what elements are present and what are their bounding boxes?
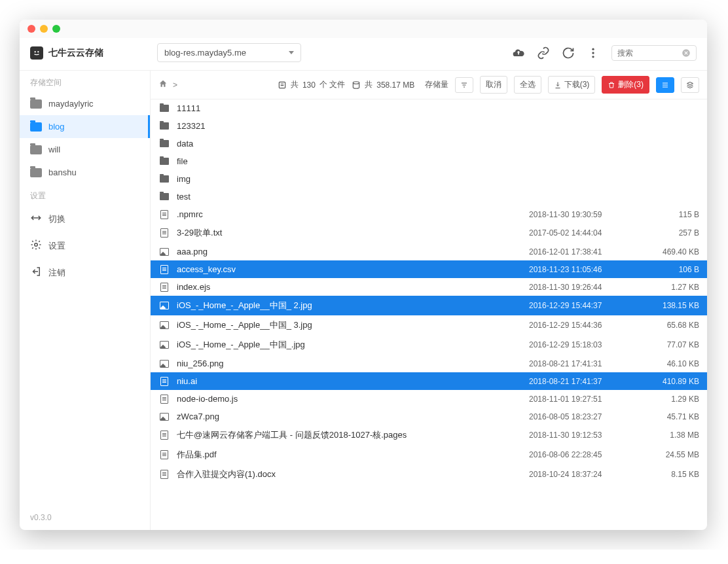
sidebar-item-label: 切换 xyxy=(48,213,65,225)
file-size: 46.10 KB xyxy=(640,359,699,368)
file-row[interactable]: niu_256.png2018-08-21 17:41:3146.10 KB xyxy=(151,355,707,372)
refresh-icon[interactable] xyxy=(562,46,575,60)
svg-point-4 xyxy=(592,56,594,58)
sidebar-bucket-banshu[interactable]: banshu xyxy=(20,161,150,184)
link-icon[interactable] xyxy=(537,46,550,60)
breadcrumb-sep: > xyxy=(173,80,177,90)
file-date: 2018-11-30 19:30:59 xyxy=(529,210,640,219)
cancel-button[interactable]: 取消 xyxy=(480,76,507,94)
image-icon xyxy=(160,302,169,309)
file-name: node-io-demo.js xyxy=(177,394,529,404)
file-name: 11111 xyxy=(177,103,529,113)
sidebar: 存储空间 maydaylyricblogwillbanshu 设置 切换设置注销… xyxy=(20,71,151,530)
folder-icon xyxy=(160,193,169,200)
folder-row[interactable]: 123321 xyxy=(151,117,707,135)
sidebar-setting-logout[interactable]: 注销 xyxy=(20,259,150,286)
file-icon xyxy=(160,283,168,292)
folder-row[interactable]: img xyxy=(151,170,707,188)
image-icon xyxy=(160,341,169,349)
file-size: 1.38 MB xyxy=(640,431,699,440)
search-input[interactable] xyxy=(617,48,678,58)
file-row[interactable]: node-io-demo.js2018-11-01 19:27:511.29 K… xyxy=(151,390,707,408)
folder-icon xyxy=(160,175,169,183)
file-name: 3-29歌单.txt xyxy=(177,227,529,239)
gear-icon xyxy=(30,239,42,253)
maximize-button[interactable] xyxy=(52,25,60,33)
svg-point-3 xyxy=(592,52,594,54)
file-row[interactable]: 作品集.pdf2016-08-06 22:28:4524.55 MB xyxy=(151,445,707,465)
file-date: 2016-12-29 15:44:36 xyxy=(529,321,640,330)
sidebar-setting-switch[interactable]: 切换 xyxy=(20,205,150,232)
minimize-button[interactable] xyxy=(40,25,48,33)
image-icon xyxy=(160,360,169,368)
folder-icon xyxy=(30,122,42,132)
folder-row[interactable]: 11111 xyxy=(151,99,707,117)
search-box[interactable] xyxy=(611,45,697,61)
file-date: 2018-11-30 19:12:53 xyxy=(529,431,640,440)
topbar: 七牛云云存储 blog-res.mayday5.me xyxy=(20,38,707,70)
file-name: 七牛@速网云存储客户端工具 - 问题反馈2018-1027-核.pages xyxy=(177,429,529,441)
file-row[interactable]: .npmrc2018-11-30 19:30:59115 B xyxy=(151,205,707,223)
file-date: 2018-11-30 19:26:44 xyxy=(529,283,640,292)
main: 存储空间 maydaylyricblogwillbanshu 设置 切换设置注销… xyxy=(20,70,707,530)
image-icon xyxy=(160,413,169,421)
home-icon[interactable] xyxy=(158,79,168,90)
sidebar-setting-gear[interactable]: 设置 xyxy=(20,232,150,259)
file-icon xyxy=(160,431,168,440)
bucket-selector[interactable]: blog-res.mayday5.me xyxy=(157,43,301,62)
file-row[interactable]: niu.ai2018-08-21 17:41:37410.89 KB xyxy=(151,372,707,390)
file-icon xyxy=(160,228,168,238)
file-row[interactable]: iOS_-_Home_-_Apple__中国_.jpg2016-12-29 15… xyxy=(151,335,707,355)
view-grid-button[interactable] xyxy=(681,77,699,93)
folder-row[interactable]: file xyxy=(151,152,707,170)
folder-row[interactable]: data xyxy=(151,135,707,152)
folder-icon xyxy=(30,168,42,177)
content: > 共130个 文件 共358.17 MB 存储量 取消 全选 xyxy=(151,71,707,530)
file-row[interactable]: 七牛@速网云存储客户端工具 - 问题反馈2018-1027-核.pages201… xyxy=(151,425,707,445)
download-button[interactable]: 下载(3) xyxy=(548,76,596,94)
close-button[interactable] xyxy=(27,25,35,33)
bucket-selected: blog-res.mayday5.me xyxy=(164,48,246,58)
select-all-button[interactable]: 全选 xyxy=(514,76,541,94)
view-list-button[interactable] xyxy=(656,77,674,93)
file-name: 合作入驻提交内容(1).docx xyxy=(177,468,529,480)
file-row[interactable]: iOS_-_Home_-_Apple__中国_ 2.jpg2016-12-29 … xyxy=(151,296,707,315)
app-window: 七牛云云存储 blog-res.mayday5.me 存储空间 maydayly… xyxy=(20,20,707,530)
file-size: 8.15 KB xyxy=(640,470,699,479)
file-date: 2018-08-21 17:41:37 xyxy=(529,377,640,386)
svg-point-8 xyxy=(354,81,359,84)
file-size: 106 B xyxy=(640,265,699,274)
file-name: 作品集.pdf xyxy=(177,449,529,461)
image-icon xyxy=(160,248,169,256)
sidebar-section-settings: 设置 xyxy=(20,184,150,205)
file-name: .npmrc xyxy=(177,209,529,219)
file-list[interactable]: 11111123321datafileimgtest.npmrc2018-11-… xyxy=(151,99,707,530)
filter-button[interactable] xyxy=(455,77,473,93)
folder-icon xyxy=(160,140,169,147)
file-date: 2016-08-06 22:28:45 xyxy=(529,450,640,459)
sidebar-bucket-blog[interactable]: blog xyxy=(20,115,150,138)
file-row[interactable]: index.ejs2018-11-30 19:26:441.27 KB xyxy=(151,278,707,296)
svg-point-1 xyxy=(37,51,39,52)
file-row[interactable]: 合作入驻提交内容(1).docx2018-10-24 18:37:248.15 … xyxy=(151,465,707,484)
file-icon xyxy=(160,210,168,219)
file-row[interactable]: iOS_-_Home_-_Apple__中国_ 3.jpg2016-12-29 … xyxy=(151,315,707,335)
delete-button[interactable]: 删除(3) xyxy=(602,76,649,94)
more-icon[interactable] xyxy=(587,46,600,60)
upload-icon[interactable] xyxy=(512,46,525,60)
file-name: niu.ai xyxy=(177,376,529,386)
file-row[interactable]: access_key.csv2018-11-23 11:05:46106 B xyxy=(151,260,707,278)
file-row[interactable]: zWca7.png2016-08-05 18:23:2745.71 KB xyxy=(151,408,707,425)
folder-icon xyxy=(30,145,42,154)
file-size: 138.15 KB xyxy=(640,301,699,310)
file-row[interactable]: 3-29歌单.txt2017-05-02 14:44:04257 B xyxy=(151,223,707,243)
file-size: 410.89 KB xyxy=(640,377,699,386)
sidebar-section-storage: 存储空间 xyxy=(20,71,150,92)
file-date: 2016-08-05 18:23:27 xyxy=(529,412,640,421)
file-date: 2017-05-02 14:44:04 xyxy=(529,228,640,238)
clear-icon[interactable] xyxy=(682,48,691,58)
sidebar-bucket-maydaylyric[interactable]: maydaylyric xyxy=(20,92,150,115)
folder-row[interactable]: test xyxy=(151,188,707,205)
file-row[interactable]: aaa.png2016-12-01 17:38:41469.40 KB xyxy=(151,243,707,260)
sidebar-bucket-will[interactable]: will xyxy=(20,138,150,161)
